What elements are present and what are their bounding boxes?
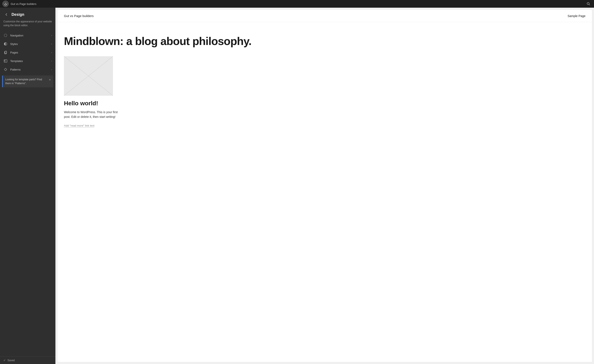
chevron-right-icon: › (51, 60, 52, 62)
preview-site-header: Gut vs Page builders Sample Page (58, 10, 592, 22)
preview-post-thumbnail (64, 56, 113, 96)
preview-post-excerpt: Welcome to WordPress. This is your first… (64, 110, 124, 119)
sidebar-item-styles-label: Styles (10, 42, 49, 46)
preview-content: Hello world! Welcome to WordPress. This … (58, 56, 592, 136)
site-title: Gut vs Page builders (11, 2, 36, 6)
sidebar-item-patterns-label: Patterns (10, 68, 49, 71)
sidebar-item-navigation-label: Navigation (10, 34, 49, 37)
preview-post-title: Hello world! (64, 100, 586, 107)
sidebar-item-pages-label: Pages (10, 51, 49, 54)
sidebar-item-styles[interactable]: Styles › (0, 40, 55, 48)
sidebar-item-templates-label: Templates (10, 60, 49, 63)
sidebar-item-navigation[interactable]: Navigation › (0, 31, 55, 40)
svg-point-3 (4, 34, 7, 37)
notification-box: Looking for template parts? Find them in… (2, 75, 53, 87)
notification-text: Looking for template parts? Find them in… (5, 78, 47, 85)
svg-rect-8 (4, 60, 7, 62)
main-preview: Gut vs Page builders Sample Page Mindblo… (55, 8, 594, 364)
chevron-right-icon: › (51, 68, 52, 71)
preview-hero: Mindblown: a blog about philosophy. (58, 22, 592, 56)
sidebar-description: Customize the appearance of your website… (0, 20, 55, 30)
sidebar-item-pages[interactable]: Pages › (0, 48, 55, 57)
circle-dash-icon (3, 33, 8, 38)
wordpress-logo[interactable] (3, 1, 8, 7)
diamond-icon (3, 67, 8, 72)
topbar: Gut vs Page builders (0, 0, 594, 8)
sidebar-header: Design (0, 8, 55, 20)
back-button[interactable] (3, 12, 9, 17)
sidebar-item-templates[interactable]: Templates › (0, 57, 55, 65)
svg-rect-6 (5, 51, 7, 53)
template-icon (3, 59, 8, 63)
search-button[interactable] (586, 1, 591, 7)
saved-label: Saved (7, 359, 15, 362)
preview-frame: Gut vs Page builders Sample Page Mindblo… (58, 10, 592, 362)
notification-close-button[interactable]: × (49, 78, 51, 82)
sidebar: Design Customize the appearance of your … (0, 8, 55, 364)
chevron-right-icon: › (51, 51, 52, 54)
preview-read-more-link[interactable]: Add "read more" link text (64, 124, 94, 128)
sidebar-footer: ✓ Saved (0, 356, 55, 364)
sidebar-nav: Navigation › Styles › Pag (0, 30, 55, 356)
pages-icon (3, 50, 8, 54)
preview-site-nav: Sample Page (567, 14, 586, 18)
chevron-right-icon: › (51, 34, 52, 37)
preview-hero-title: Mindblown: a blog about philosophy. (64, 35, 586, 48)
preview-site-title: Gut vs Page builders (64, 14, 94, 18)
chevron-right-icon: › (51, 43, 52, 45)
sidebar-title: Design (12, 12, 24, 17)
check-icon: ✓ (3, 359, 6, 362)
svg-line-2 (589, 5, 590, 5)
svg-rect-11 (4, 68, 7, 71)
half-circle-icon (3, 42, 8, 46)
sidebar-item-patterns[interactable]: Patterns › (0, 65, 55, 74)
